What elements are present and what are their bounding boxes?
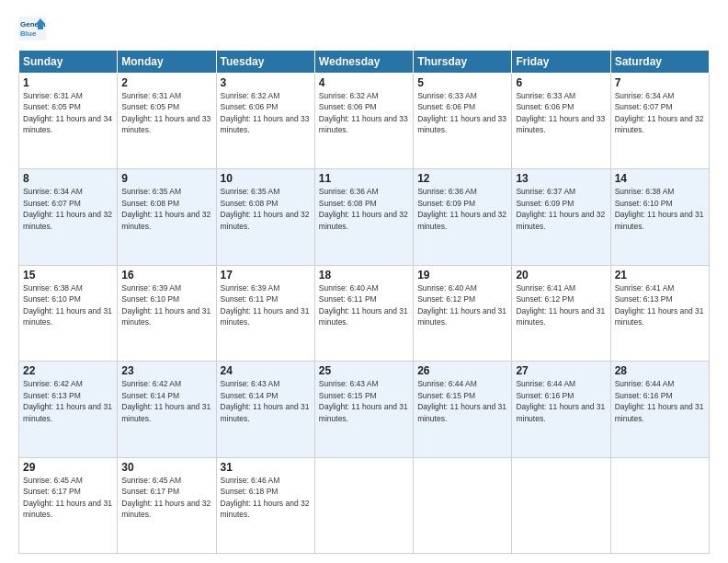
cell-info: Sunrise: 6:33 AMSunset: 6:06 PMDaylight:…	[516, 91, 605, 134]
calendar-cell: 26 Sunrise: 6:44 AMSunset: 6:15 PMDaylig…	[414, 362, 512, 457]
calendar-cell: 29 Sunrise: 6:45 AMSunset: 6:17 PMDaylig…	[19, 457, 118, 553]
day-number: 18	[319, 269, 409, 282]
day-number: 19	[417, 269, 507, 282]
cell-info: Sunrise: 6:43 AMSunset: 6:15 PMDaylight:…	[319, 379, 408, 422]
calendar-cell: 6 Sunrise: 6:33 AMSunset: 6:06 PMDayligh…	[512, 74, 610, 169]
calendar-cell: 8 Sunrise: 6:34 AMSunset: 6:07 PMDayligh…	[19, 169, 118, 265]
calendar-cell: 16 Sunrise: 6:39 AMSunset: 6:10 PMDaylig…	[118, 265, 216, 361]
day-number: 15	[23, 269, 113, 282]
cell-info: Sunrise: 6:46 AMSunset: 6:18 PMDaylight:…	[221, 476, 310, 519]
calendar-cell: 2 Sunrise: 6:31 AMSunset: 6:05 PMDayligh…	[118, 74, 216, 169]
day-number: 1	[23, 76, 113, 89]
cell-info: Sunrise: 6:40 AMSunset: 6:11 PMDaylight:…	[319, 283, 408, 327]
weekday-header-sunday: Sunday	[19, 51, 118, 74]
cell-info: Sunrise: 6:44 AMSunset: 6:15 PMDaylight:…	[417, 379, 506, 422]
cell-info: Sunrise: 6:36 AMSunset: 6:09 PMDaylight:…	[417, 187, 506, 230]
day-number: 10	[221, 172, 311, 185]
day-number: 28	[615, 364, 705, 377]
weekday-header-tuesday: Tuesday	[216, 51, 314, 74]
day-number: 2	[121, 76, 211, 89]
day-number: 26	[417, 364, 507, 377]
cell-info: Sunrise: 6:31 AMSunset: 6:05 PMDaylight:…	[23, 91, 112, 134]
calendar-cell: 31 Sunrise: 6:46 AMSunset: 6:18 PMDaylig…	[216, 457, 314, 553]
weekday-header-thursday: Thursday	[414, 51, 512, 74]
calendar-cell: 22 Sunrise: 6:42 AMSunset: 6:13 PMDaylig…	[19, 362, 118, 457]
weekday-header-wednesday: Wednesday	[314, 51, 413, 74]
calendar-cell: 20 Sunrise: 6:41 AMSunset: 6:12 PMDaylig…	[512, 265, 610, 361]
day-number: 8	[23, 172, 113, 185]
cell-info: Sunrise: 6:45 AMSunset: 6:17 PMDaylight:…	[23, 476, 112, 519]
day-number: 6	[516, 76, 606, 89]
cell-info: Sunrise: 6:39 AMSunset: 6:10 PMDaylight:…	[121, 283, 210, 327]
day-number: 4	[319, 76, 409, 89]
svg-text:Blue: Blue	[20, 29, 37, 38]
cell-info: Sunrise: 6:40 AMSunset: 6:12 PMDaylight:…	[417, 283, 506, 327]
cell-info: Sunrise: 6:35 AMSunset: 6:08 PMDaylight:…	[221, 187, 310, 230]
calendar-cell: 24 Sunrise: 6:43 AMSunset: 6:14 PMDaylig…	[216, 362, 314, 457]
calendar-cell: 27 Sunrise: 6:44 AMSunset: 6:16 PMDaylig…	[512, 362, 610, 457]
calendar-cell: 9 Sunrise: 6:35 AMSunset: 6:08 PMDayligh…	[118, 169, 216, 265]
calendar-cell: 3 Sunrise: 6:32 AMSunset: 6:06 PMDayligh…	[216, 74, 314, 169]
day-number: 31	[221, 461, 311, 474]
cell-info: Sunrise: 6:31 AMSunset: 6:05 PMDaylight:…	[121, 91, 210, 134]
calendar-cell: 14 Sunrise: 6:38 AMSunset: 6:10 PMDaylig…	[610, 169, 709, 265]
cell-info: Sunrise: 6:45 AMSunset: 6:17 PMDaylight:…	[121, 476, 210, 519]
calendar-cell: 18 Sunrise: 6:40 AMSunset: 6:11 PMDaylig…	[314, 265, 413, 361]
logo-icon: General Blue	[18, 17, 46, 40]
calendar-cell: 13 Sunrise: 6:37 AMSunset: 6:09 PMDaylig…	[512, 169, 610, 265]
calendar-cell: 15 Sunrise: 6:38 AMSunset: 6:10 PMDaylig…	[19, 265, 118, 361]
calendar-table: SundayMondayTuesdayWednesdayThursdayFrid…	[18, 50, 710, 554]
cell-info: Sunrise: 6:34 AMSunset: 6:07 PMDaylight:…	[23, 187, 112, 230]
calendar-cell: 1 Sunrise: 6:31 AMSunset: 6:05 PMDayligh…	[19, 74, 118, 169]
day-number: 17	[221, 269, 311, 282]
weekday-header-saturday: Saturday	[610, 51, 709, 74]
day-number: 11	[319, 172, 409, 185]
cell-info: Sunrise: 6:41 AMSunset: 6:13 PMDaylight:…	[615, 283, 704, 327]
calendar-body: 1 Sunrise: 6:31 AMSunset: 6:05 PMDayligh…	[19, 74, 710, 554]
cell-info: Sunrise: 6:33 AMSunset: 6:06 PMDaylight:…	[417, 91, 506, 134]
cell-info: Sunrise: 6:38 AMSunset: 6:10 PMDaylight:…	[615, 187, 704, 230]
calendar-cell: 28 Sunrise: 6:44 AMSunset: 6:16 PMDaylig…	[610, 362, 709, 457]
cell-info: Sunrise: 6:36 AMSunset: 6:08 PMDaylight:…	[319, 187, 408, 230]
day-number: 21	[615, 269, 705, 282]
cell-info: Sunrise: 6:44 AMSunset: 6:16 PMDaylight:…	[615, 379, 704, 422]
weekday-header-row: SundayMondayTuesdayWednesdayThursdayFrid…	[19, 51, 710, 74]
calendar-week-row: 8 Sunrise: 6:34 AMSunset: 6:07 PMDayligh…	[19, 169, 710, 265]
day-number: 22	[23, 364, 113, 377]
calendar-week-row: 29 Sunrise: 6:45 AMSunset: 6:17 PMDaylig…	[19, 457, 710, 553]
calendar-cell	[414, 457, 512, 553]
day-number: 30	[121, 461, 211, 474]
page: General Blue SundayMondayTuesdayWednesda…	[0, 0, 728, 563]
weekday-header-friday: Friday	[512, 51, 610, 74]
cell-info: Sunrise: 6:44 AMSunset: 6:16 PMDaylight:…	[516, 379, 605, 422]
day-number: 23	[121, 364, 211, 377]
day-number: 5	[417, 76, 507, 89]
day-number: 27	[516, 364, 606, 377]
day-number: 25	[319, 364, 409, 377]
logo: General Blue	[18, 17, 46, 40]
calendar-cell	[512, 457, 610, 553]
calendar-cell: 25 Sunrise: 6:43 AMSunset: 6:15 PMDaylig…	[314, 362, 413, 457]
calendar-cell: 10 Sunrise: 6:35 AMSunset: 6:08 PMDaylig…	[216, 169, 314, 265]
day-number: 12	[417, 172, 507, 185]
cell-info: Sunrise: 6:43 AMSunset: 6:14 PMDaylight:…	[221, 379, 310, 422]
calendar-cell: 4 Sunrise: 6:32 AMSunset: 6:06 PMDayligh…	[314, 74, 413, 169]
day-number: 7	[615, 76, 705, 89]
weekday-header-monday: Monday	[118, 51, 216, 74]
calendar-cell: 11 Sunrise: 6:36 AMSunset: 6:08 PMDaylig…	[314, 169, 413, 265]
calendar-cell: 12 Sunrise: 6:36 AMSunset: 6:09 PMDaylig…	[414, 169, 512, 265]
cell-info: Sunrise: 6:42 AMSunset: 6:14 PMDaylight:…	[121, 379, 210, 422]
calendar-week-row: 15 Sunrise: 6:38 AMSunset: 6:10 PMDaylig…	[19, 265, 710, 361]
calendar-cell: 7 Sunrise: 6:34 AMSunset: 6:07 PMDayligh…	[610, 74, 709, 169]
day-number: 24	[221, 364, 311, 377]
calendar-cell: 19 Sunrise: 6:40 AMSunset: 6:12 PMDaylig…	[414, 265, 512, 361]
calendar-cell: 23 Sunrise: 6:42 AMSunset: 6:14 PMDaylig…	[118, 362, 216, 457]
cell-info: Sunrise: 6:32 AMSunset: 6:06 PMDaylight:…	[221, 91, 310, 134]
calendar-cell: 30 Sunrise: 6:45 AMSunset: 6:17 PMDaylig…	[118, 457, 216, 553]
cell-info: Sunrise: 6:37 AMSunset: 6:09 PMDaylight:…	[516, 187, 605, 230]
cell-info: Sunrise: 6:39 AMSunset: 6:11 PMDaylight:…	[221, 283, 310, 327]
cell-info: Sunrise: 6:42 AMSunset: 6:13 PMDaylight:…	[23, 379, 112, 422]
day-number: 20	[516, 269, 606, 282]
calendar-week-row: 22 Sunrise: 6:42 AMSunset: 6:13 PMDaylig…	[19, 362, 710, 457]
day-number: 9	[121, 172, 211, 185]
